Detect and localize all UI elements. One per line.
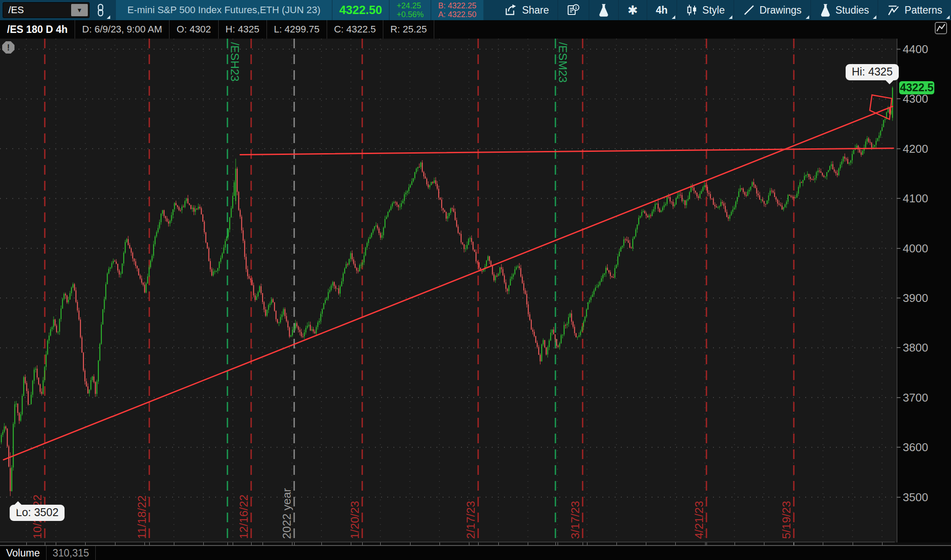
symbol-value: /ES bbox=[3, 4, 24, 16]
ohlc-status-bar: /ES 180 D 4h D: 6/9/23, 9:00 AM O: 4302 … bbox=[0, 20, 951, 39]
price-axis-tick bbox=[897, 298, 901, 298]
flask-icon bbox=[598, 4, 609, 17]
price-axis-label: 4100 bbox=[903, 192, 928, 205]
patterns-icon bbox=[887, 4, 900, 16]
settings-button[interactable]: ✱ bbox=[619, 0, 646, 20]
share-label: Share bbox=[522, 4, 549, 16]
chart-area[interactable]: 10/21/2211/18/2212/16/221/20/232/17/233/… bbox=[0, 39, 951, 542]
dropdown-corner-icon bbox=[107, 15, 110, 19]
volume-value: 310,315 bbox=[53, 547, 89, 559]
main-toolbar: /ES ▼ E-mini S&P 500 Index Futures,ETH (… bbox=[0, 0, 951, 20]
price-axis-tick bbox=[897, 347, 901, 348]
last-price-segment: 4322.50 bbox=[332, 0, 389, 20]
price-axis-tick bbox=[897, 447, 901, 448]
bid-value: B: 4322.25 bbox=[438, 1, 476, 10]
studies-flask-icon bbox=[820, 4, 831, 17]
user-drawings[interactable] bbox=[4, 95, 893, 459]
ask-value: A: 4322.50 bbox=[438, 10, 476, 19]
bar-date: D: 6/9/23, 9:00 AM bbox=[82, 24, 162, 35]
instrument-header: E-mini S&P 500 Index Futures,ETH (JUN 23… bbox=[116, 0, 483, 20]
price-axis-label: 4200 bbox=[903, 142, 928, 156]
price-change-percent: +0.56% bbox=[396, 10, 424, 19]
grid-lines bbox=[0, 39, 895, 542]
news-report-icon bbox=[567, 4, 580, 17]
bar-close: C: 4322.5 bbox=[334, 24, 376, 35]
analyze-button[interactable] bbox=[589, 0, 618, 20]
contract-roll-label: /ESM23 bbox=[556, 42, 569, 83]
bid-ask-segment: B: 4322.25 A: 4322.50 bbox=[431, 0, 483, 20]
timeframe-button[interactable]: 4h bbox=[647, 0, 677, 20]
expiration-date-label: 12/16/22 bbox=[237, 495, 250, 539]
link-icon bbox=[95, 4, 106, 17]
price-axis-tick bbox=[897, 98, 901, 99]
link-button[interactable] bbox=[90, 0, 112, 20]
contract-roll-label: /ESH23 bbox=[228, 42, 241, 82]
bar-open: O: 4302 bbox=[177, 24, 211, 35]
price-axis-label: 3900 bbox=[903, 291, 928, 305]
dropdown-corner-icon bbox=[806, 15, 809, 19]
last-price-badge: 4322.5 bbox=[899, 81, 934, 94]
last-price: 4322.50 bbox=[339, 4, 382, 17]
news-button[interactable] bbox=[558, 0, 589, 20]
price-axis-label: 3600 bbox=[903, 441, 928, 454]
expiration-date-label: 4/21/23 bbox=[692, 501, 706, 539]
low-price-tooltip: Lo: 3502 bbox=[10, 505, 65, 521]
trendline-drawing-icon bbox=[743, 4, 755, 16]
price-axis-tick bbox=[897, 198, 901, 199]
dropdown-corner-icon bbox=[946, 15, 950, 19]
support-trendline[interactable] bbox=[4, 106, 893, 459]
studies-button[interactable]: Studies bbox=[811, 0, 878, 20]
mini-chart-icon bbox=[934, 22, 947, 35]
timeframe-label: 4h bbox=[656, 4, 668, 16]
restore-chart-button[interactable] bbox=[934, 22, 951, 37]
patterns-label: Patterns bbox=[904, 4, 942, 16]
expiration-date-label: 1/20/23 bbox=[348, 501, 361, 539]
price-axis-tick bbox=[897, 497, 901, 498]
dropdown-corner-icon bbox=[672, 15, 675, 19]
price-axis[interactable]: 4400430042004100400039003800370036003500 bbox=[897, 39, 951, 542]
price-axis-label: 3800 bbox=[903, 341, 928, 355]
change-segment: +24.25 +0.56% bbox=[389, 0, 431, 20]
event-lines: 10/21/2211/18/2212/16/221/20/232/17/233/… bbox=[31, 39, 794, 542]
resistance-line[interactable] bbox=[240, 148, 893, 155]
price-axis-tick bbox=[897, 397, 901, 398]
volume-pane-header: Volume 310,315 bbox=[0, 545, 951, 560]
price-change: +24.25 bbox=[396, 1, 424, 10]
price-axis-tick bbox=[897, 248, 901, 249]
bar-low: L: 4299.75 bbox=[274, 24, 320, 35]
price-axis-label: 4000 bbox=[903, 242, 928, 255]
year-boundary-label: 2022 year bbox=[280, 488, 293, 539]
dropdown-corner-icon bbox=[873, 15, 876, 19]
expiration-date-label: 3/17/23 bbox=[569, 501, 582, 539]
price-axis-label: 3500 bbox=[903, 491, 928, 504]
price-axis-tick bbox=[897, 49, 901, 50]
bar-high: H: 4325 bbox=[226, 24, 259, 35]
bar-range: R: 25.25 bbox=[390, 24, 427, 35]
symbol-input[interactable]: /ES ▼ bbox=[3, 2, 90, 18]
drawings-button[interactable]: Drawings bbox=[734, 0, 811, 20]
style-button[interactable]: Style bbox=[677, 0, 734, 20]
price-axis-tick bbox=[897, 148, 901, 149]
chart-symbol-info: /ES 180 D 4h bbox=[7, 24, 68, 36]
expiration-date-label: 5/19/23 bbox=[780, 501, 793, 539]
price-axis-label: 4400 bbox=[903, 43, 928, 56]
candlestick-style-icon bbox=[686, 4, 698, 16]
price-axis-label: 4300 bbox=[903, 92, 928, 106]
patterns-button[interactable]: Patterns bbox=[878, 0, 951, 20]
candlestick-chart: 10/21/2211/18/2212/16/221/20/232/17/233/… bbox=[0, 39, 897, 542]
expiration-date-label: 11/18/22 bbox=[135, 495, 148, 539]
chevron-down-icon[interactable]: ▼ bbox=[71, 4, 88, 16]
drawings-label: Drawings bbox=[760, 4, 802, 16]
share-icon bbox=[504, 4, 518, 16]
style-label: Style bbox=[702, 4, 725, 16]
volume-label: Volume bbox=[6, 547, 40, 559]
gear-icon: ✱ bbox=[627, 3, 638, 18]
high-price-tooltip: Hi: 4325 bbox=[846, 64, 899, 80]
share-button[interactable]: Share bbox=[496, 0, 558, 20]
expiration-date-label: 2/17/23 bbox=[464, 501, 477, 539]
studies-label: Studies bbox=[836, 4, 869, 16]
dropdown-corner-icon bbox=[729, 15, 732, 19]
instrument-title: E-mini S&P 500 Index Futures,ETH (JUN 23… bbox=[116, 4, 332, 16]
price-axis-label: 3700 bbox=[903, 391, 928, 405]
candlestick-series bbox=[1, 86, 893, 496]
